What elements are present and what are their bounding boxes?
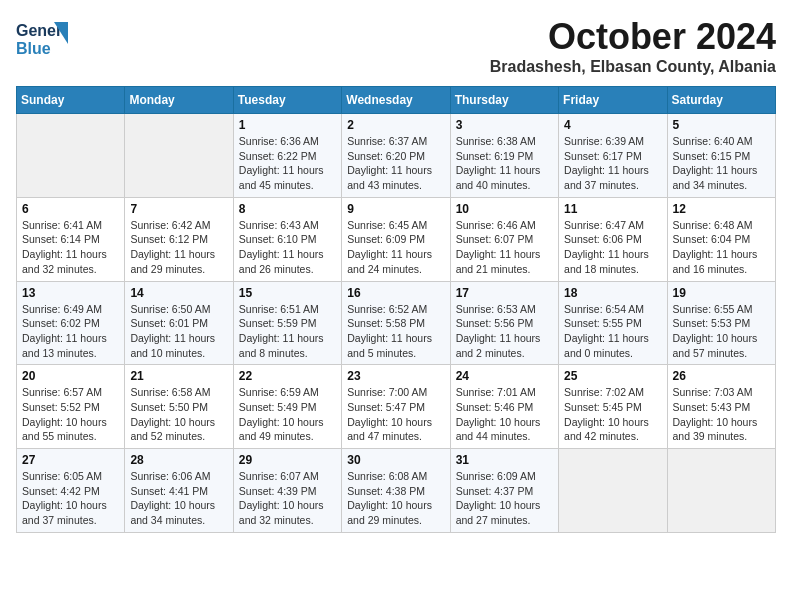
day-info: Sunrise: 7:01 AMSunset: 5:46 PMDaylight:…	[456, 385, 553, 444]
calendar-cell: 15Sunrise: 6:51 AMSunset: 5:59 PMDayligh…	[233, 281, 341, 365]
calendar-cell: 5Sunrise: 6:40 AMSunset: 6:15 PMDaylight…	[667, 114, 775, 198]
day-info: Sunrise: 7:02 AMSunset: 5:45 PMDaylight:…	[564, 385, 661, 444]
day-number: 24	[456, 369, 553, 383]
day-number: 8	[239, 202, 336, 216]
weekday-header-wednesday: Wednesday	[342, 87, 450, 114]
calendar-week-4: 20Sunrise: 6:57 AMSunset: 5:52 PMDayligh…	[17, 365, 776, 449]
day-number: 19	[673, 286, 770, 300]
calendar-cell: 20Sunrise: 6:57 AMSunset: 5:52 PMDayligh…	[17, 365, 125, 449]
calendar-cell: 12Sunrise: 6:48 AMSunset: 6:04 PMDayligh…	[667, 197, 775, 281]
day-info: Sunrise: 6:07 AMSunset: 4:39 PMDaylight:…	[239, 469, 336, 528]
calendar-cell: 9Sunrise: 6:45 AMSunset: 6:09 PMDaylight…	[342, 197, 450, 281]
day-number: 5	[673, 118, 770, 132]
day-number: 26	[673, 369, 770, 383]
day-number: 15	[239, 286, 336, 300]
calendar-cell: 4Sunrise: 6:39 AMSunset: 6:17 PMDaylight…	[559, 114, 667, 198]
day-info: Sunrise: 6:47 AMSunset: 6:06 PMDaylight:…	[564, 218, 661, 277]
logo-icon: General Blue	[16, 16, 68, 60]
day-number: 31	[456, 453, 553, 467]
day-number: 30	[347, 453, 444, 467]
weekday-header-sunday: Sunday	[17, 87, 125, 114]
day-info: Sunrise: 6:37 AMSunset: 6:20 PMDaylight:…	[347, 134, 444, 193]
day-info: Sunrise: 6:51 AMSunset: 5:59 PMDaylight:…	[239, 302, 336, 361]
calendar-cell: 30Sunrise: 6:08 AMSunset: 4:38 PMDayligh…	[342, 449, 450, 533]
weekday-header-tuesday: Tuesday	[233, 87, 341, 114]
calendar-cell: 14Sunrise: 6:50 AMSunset: 6:01 PMDayligh…	[125, 281, 233, 365]
day-info: Sunrise: 6:55 AMSunset: 5:53 PMDaylight:…	[673, 302, 770, 361]
calendar-week-3: 13Sunrise: 6:49 AMSunset: 6:02 PMDayligh…	[17, 281, 776, 365]
day-info: Sunrise: 6:49 AMSunset: 6:02 PMDaylight:…	[22, 302, 119, 361]
weekday-header-row: SundayMondayTuesdayWednesdayThursdayFrid…	[17, 87, 776, 114]
calendar-cell: 16Sunrise: 6:52 AMSunset: 5:58 PMDayligh…	[342, 281, 450, 365]
calendar-body: 1Sunrise: 6:36 AMSunset: 6:22 PMDaylight…	[17, 114, 776, 533]
day-number: 25	[564, 369, 661, 383]
day-info: Sunrise: 6:45 AMSunset: 6:09 PMDaylight:…	[347, 218, 444, 277]
weekday-header-friday: Friday	[559, 87, 667, 114]
day-info: Sunrise: 6:09 AMSunset: 4:37 PMDaylight:…	[456, 469, 553, 528]
calendar-cell: 23Sunrise: 7:00 AMSunset: 5:47 PMDayligh…	[342, 365, 450, 449]
calendar-cell: 2Sunrise: 6:37 AMSunset: 6:20 PMDaylight…	[342, 114, 450, 198]
calendar-cell: 6Sunrise: 6:41 AMSunset: 6:14 PMDaylight…	[17, 197, 125, 281]
day-number: 18	[564, 286, 661, 300]
day-number: 7	[130, 202, 227, 216]
day-info: Sunrise: 6:39 AMSunset: 6:17 PMDaylight:…	[564, 134, 661, 193]
day-number: 13	[22, 286, 119, 300]
calendar-cell: 17Sunrise: 6:53 AMSunset: 5:56 PMDayligh…	[450, 281, 558, 365]
calendar-cell: 27Sunrise: 6:05 AMSunset: 4:42 PMDayligh…	[17, 449, 125, 533]
day-number: 22	[239, 369, 336, 383]
calendar-cell: 13Sunrise: 6:49 AMSunset: 6:02 PMDayligh…	[17, 281, 125, 365]
weekday-header-thursday: Thursday	[450, 87, 558, 114]
day-info: Sunrise: 6:59 AMSunset: 5:49 PMDaylight:…	[239, 385, 336, 444]
calendar-cell: 28Sunrise: 6:06 AMSunset: 4:41 PMDayligh…	[125, 449, 233, 533]
day-number: 27	[22, 453, 119, 467]
calendar-cell: 31Sunrise: 6:09 AMSunset: 4:37 PMDayligh…	[450, 449, 558, 533]
day-info: Sunrise: 6:52 AMSunset: 5:58 PMDaylight:…	[347, 302, 444, 361]
day-number: 14	[130, 286, 227, 300]
calendar-cell: 11Sunrise: 6:47 AMSunset: 6:06 PMDayligh…	[559, 197, 667, 281]
day-number: 6	[22, 202, 119, 216]
day-number: 4	[564, 118, 661, 132]
calendar-cell	[667, 449, 775, 533]
day-info: Sunrise: 6:43 AMSunset: 6:10 PMDaylight:…	[239, 218, 336, 277]
day-info: Sunrise: 6:58 AMSunset: 5:50 PMDaylight:…	[130, 385, 227, 444]
day-info: Sunrise: 6:36 AMSunset: 6:22 PMDaylight:…	[239, 134, 336, 193]
calendar-cell	[559, 449, 667, 533]
day-number: 9	[347, 202, 444, 216]
calendar-cell: 8Sunrise: 6:43 AMSunset: 6:10 PMDaylight…	[233, 197, 341, 281]
svg-text:Blue: Blue	[16, 40, 51, 57]
calendar-cell: 1Sunrise: 6:36 AMSunset: 6:22 PMDaylight…	[233, 114, 341, 198]
calendar-cell: 22Sunrise: 6:59 AMSunset: 5:49 PMDayligh…	[233, 365, 341, 449]
calendar-week-1: 1Sunrise: 6:36 AMSunset: 6:22 PMDaylight…	[17, 114, 776, 198]
calendar-table: SundayMondayTuesdayWednesdayThursdayFrid…	[16, 86, 776, 533]
day-info: Sunrise: 6:53 AMSunset: 5:56 PMDaylight:…	[456, 302, 553, 361]
weekday-header-saturday: Saturday	[667, 87, 775, 114]
calendar-cell: 3Sunrise: 6:38 AMSunset: 6:19 PMDaylight…	[450, 114, 558, 198]
month-title: October 2024	[490, 16, 776, 58]
day-info: Sunrise: 6:42 AMSunset: 6:12 PMDaylight:…	[130, 218, 227, 277]
day-number: 21	[130, 369, 227, 383]
calendar-header: SundayMondayTuesdayWednesdayThursdayFrid…	[17, 87, 776, 114]
weekday-header-monday: Monday	[125, 87, 233, 114]
title-area: October 2024 Bradashesh, Elbasan County,…	[490, 16, 776, 76]
day-info: Sunrise: 6:06 AMSunset: 4:41 PMDaylight:…	[130, 469, 227, 528]
day-number: 12	[673, 202, 770, 216]
day-info: Sunrise: 6:40 AMSunset: 6:15 PMDaylight:…	[673, 134, 770, 193]
day-number: 28	[130, 453, 227, 467]
day-info: Sunrise: 6:41 AMSunset: 6:14 PMDaylight:…	[22, 218, 119, 277]
day-number: 20	[22, 369, 119, 383]
logo: General Blue	[16, 16, 68, 60]
calendar-cell	[17, 114, 125, 198]
day-number: 16	[347, 286, 444, 300]
calendar-cell: 21Sunrise: 6:58 AMSunset: 5:50 PMDayligh…	[125, 365, 233, 449]
day-info: Sunrise: 6:05 AMSunset: 4:42 PMDaylight:…	[22, 469, 119, 528]
calendar-week-5: 27Sunrise: 6:05 AMSunset: 4:42 PMDayligh…	[17, 449, 776, 533]
day-info: Sunrise: 6:54 AMSunset: 5:55 PMDaylight:…	[564, 302, 661, 361]
day-info: Sunrise: 6:57 AMSunset: 5:52 PMDaylight:…	[22, 385, 119, 444]
calendar-cell: 29Sunrise: 6:07 AMSunset: 4:39 PMDayligh…	[233, 449, 341, 533]
day-info: Sunrise: 7:00 AMSunset: 5:47 PMDaylight:…	[347, 385, 444, 444]
calendar-week-2: 6Sunrise: 6:41 AMSunset: 6:14 PMDaylight…	[17, 197, 776, 281]
header: General Blue October 2024 Bradashesh, El…	[16, 16, 776, 76]
day-info: Sunrise: 6:08 AMSunset: 4:38 PMDaylight:…	[347, 469, 444, 528]
day-info: Sunrise: 6:48 AMSunset: 6:04 PMDaylight:…	[673, 218, 770, 277]
calendar-cell: 26Sunrise: 7:03 AMSunset: 5:43 PMDayligh…	[667, 365, 775, 449]
